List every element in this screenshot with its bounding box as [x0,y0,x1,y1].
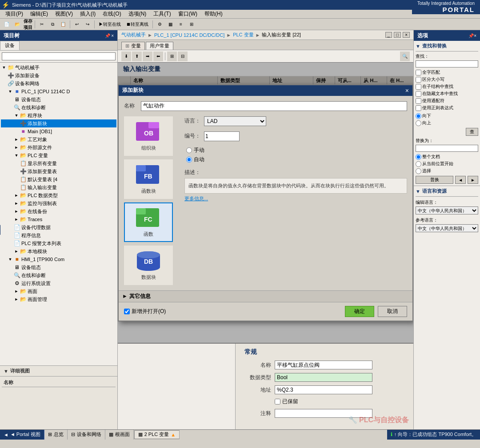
dialog-more-info[interactable]: 更多信息... [184,195,407,202]
radio-manual[interactable]: 手动 [186,147,407,154]
tb-save[interactable]: 保存项目 [23,20,33,29]
block-item-fc[interactable]: FC 函数 [124,202,173,242]
tree-item-screens[interactable]: ► 📂 画面 [1,287,116,295]
tb-var-filter[interactable]: 🔍 [400,52,410,61]
dialog-number-input[interactable] [204,131,240,141]
checkbox-hidden-text[interactable]: 在隐藏文本中查找 [416,91,478,97]
tb-open[interactable]: 📂 [12,20,22,29]
checkbox-regex[interactable]: 使用正则表达式 [416,105,478,111]
menu-edit[interactable]: 编辑(E) [27,10,52,19]
radio-from-current[interactable]: 从当前位置开始 [416,161,478,167]
toggle-icon[interactable]: ► [13,144,20,151]
toggle-icon[interactable]: ► [13,208,20,214]
toggle-icon[interactable]: ► [13,216,20,222]
tree-item-default-table[interactable]: 📋 默认变量表 [4 [1,175,116,183]
tree-item-plc-data-types[interactable]: ► 📂 PLC 数据类型 [1,191,116,199]
tree-item-hmi-settings[interactable]: ⚙ 运行系统设置 [1,279,116,287]
radio-down[interactable]: 向下 [416,113,478,119]
options-pin[interactable]: 📌 [468,33,474,38]
sidebar-close[interactable]: × [111,33,114,38]
window-maximize-content[interactable]: □ [394,32,401,38]
tree-item-io-vars[interactable]: 📋 输入输出变量 [1,183,116,191]
tb-var-left[interactable]: ⬅ [153,52,163,61]
menu-options[interactable]: 选项(N) [125,10,150,19]
tb-new[interactable]: 📄 [2,20,12,29]
tree-item-add-device[interactable]: ➕ 添加新设备 [1,71,116,79]
retain-checkbox[interactable] [275,399,280,404]
sidebar-search-input[interactable] [2,52,116,60]
toggle-icon[interactable]: ▼ [13,112,20,119]
toggle-icon[interactable]: ▼ [13,152,20,159]
tb-go-offline[interactable]: ⏹转至离线 [124,20,151,29]
radio-from-current-input[interactable] [416,161,421,167]
cb-hidden[interactable] [416,91,421,97]
cb-sub[interactable] [416,84,421,90]
menu-view[interactable]: 视图(V) [52,10,76,19]
toggle-icon[interactable]: ▼ [1,64,7,71]
tree-item-screen-mgmt[interactable]: ► 📂 画面管理 [1,295,116,303]
find-input[interactable] [416,60,478,67]
window-minimize-content[interactable]: _ [385,32,392,38]
dialog-name-input[interactable] [141,101,407,111]
taskbar-item-network[interactable]: ⊟ 设备和网络 [68,430,105,440]
dialog-ok-button[interactable]: 确定 [345,306,374,317]
field-value-datatype[interactable] [275,373,372,382]
toggle-icon[interactable]: ► [13,296,20,302]
tb-extra4[interactable]: ⊞ [187,20,196,29]
tb-cut[interactable]: ✂ [37,20,47,29]
radio-manual-input[interactable] [186,147,192,153]
tree-item-traces[interactable]: ► 📂 Traces [1,215,116,223]
options-close[interactable]: × [474,33,476,38]
taskbar-item-overview[interactable]: ⊞ 总览 [44,430,68,440]
checkbox-exact-match[interactable]: 全字匹配 [416,69,478,75]
toggle-icon[interactable]: ▼ [7,88,13,95]
lang-resources-header[interactable]: ▼ 语言和资源 [416,188,478,197]
tree-item-monitor[interactable]: ► 📂 监控与强制表 [1,199,116,207]
tb-redo[interactable]: ↪ [83,20,92,29]
portal-view-button[interactable]: ◄ ◄ Portal 视图 [0,430,44,440]
tb-var-right[interactable]: ➡ [143,52,152,61]
tree-item-plc[interactable]: ▼ ■ PLC_1 [CPU 1214C D [1,87,116,95]
footer-checkbox[interactable] [124,309,130,314]
tree-item-online-diag[interactable]: 🔍 在线和诊断 [1,103,116,111]
tb-extra1[interactable]: ⚙ [155,20,164,29]
menu-window[interactable]: 窗口(W) [175,10,201,19]
tree-item-proxy-data[interactable]: 📄 设备代理数据 [1,223,116,231]
cb-case[interactable] [416,77,421,83]
block-item-fb[interactable]: FB 函数块 [124,159,173,199]
tree-item-external[interactable]: ► 📂 外部源文件 [1,143,116,151]
tree-item-plc-variables[interactable]: ▼ 📂 PLC 变量 [1,151,116,159]
radio-whole-doc[interactable]: 整个文档 [416,154,478,160]
tb-extra3[interactable]: ≡ [176,20,186,29]
tb-undo[interactable]: ↩ [72,20,82,29]
breadcrumb-item-2[interactable]: PLC 变量 [233,32,253,38]
radio-down-input[interactable] [416,113,421,119]
tree-item-hmi[interactable]: ▼ ■ HMI_1 [TP900 Com [1,255,116,263]
tree-item-program-blocks[interactable]: ▼ 📂 程序块 [1,111,116,119]
tree-item-device-config[interactable]: 🖥 设备组态 [1,95,116,103]
menu-online[interactable]: 在线(O) [99,10,124,19]
plc-side-tab[interactable]: PLC变量 [0,225,0,235]
sidebar-tab-devices[interactable]: 设备 [0,41,20,50]
radio-auto[interactable]: 自动 [186,156,407,163]
radio-up[interactable]: 向上 [416,120,478,126]
tab-user-constants[interactable]: 用户常量 [146,42,173,50]
nav-next[interactable]: ► [468,176,478,184]
tb-go-online[interactable]: ▶转至在线 [96,20,123,29]
tree-item-technology[interactable]: ► 📂 工艺对象 [1,135,116,143]
toggle-icon[interactable]: ► [13,248,20,254]
dialog-cancel-button[interactable]: 取消 [378,306,407,317]
replace-input[interactable] [416,145,478,152]
tb-paste[interactable]: 📋 [58,20,68,29]
window-close-content[interactable]: × [403,32,410,38]
tb-var-up[interactable]: ⬆ [132,52,142,61]
radio-selection-input[interactable] [416,168,421,174]
radio-up-input[interactable] [416,120,421,126]
tree-item-root[interactable]: ▼ 📁 气动机械手 [1,63,116,71]
tree-item-backup[interactable]: ► 📂 在线备份 [1,207,116,215]
tree-item-hmi-diag[interactable]: 🔍 在线和诊断 [1,271,116,279]
radio-whole-doc-input[interactable] [416,154,421,160]
tb-var-add[interactable]: ⬇ [121,52,131,61]
tree-item-add-block[interactable]: ➕ 添加新块 [1,119,116,127]
tab-variables[interactable]: ⊞ 变量 [121,42,145,50]
